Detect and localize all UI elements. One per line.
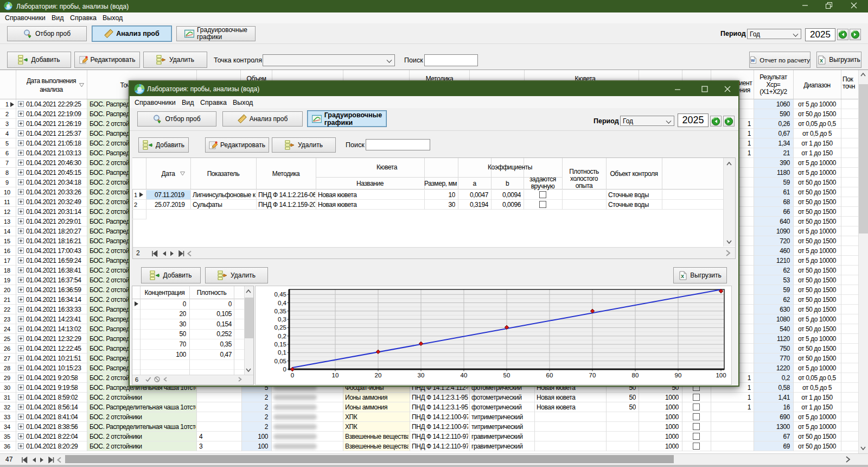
svg-text:0,4: 0,4	[278, 300, 287, 306]
svg-text:0,1: 0,1	[278, 349, 286, 356]
svg-text:40: 40	[461, 372, 468, 378]
svg-text:0,2: 0,2	[278, 333, 286, 339]
svg-text:60: 60	[546, 372, 553, 378]
svg-text:50: 50	[503, 372, 510, 378]
svg-text:0,45: 0,45	[275, 291, 286, 298]
svg-text:x: x	[820, 57, 824, 64]
svg-text:0,3: 0,3	[278, 316, 286, 323]
svg-text:0,25: 0,25	[275, 324, 286, 331]
svg-text:0,05: 0,05	[275, 358, 286, 364]
svg-text:20: 20	[375, 372, 382, 378]
svg-text:10: 10	[332, 372, 339, 378]
svg-text:0,35: 0,35	[275, 308, 286, 314]
svg-text:0: 0	[291, 372, 294, 378]
svg-text:0: 0	[283, 366, 286, 373]
svg-text:70: 70	[589, 372, 596, 378]
svg-text:100: 100	[716, 372, 726, 378]
svg-text:80: 80	[632, 372, 639, 378]
svg-text:90: 90	[675, 372, 682, 378]
svg-text:30: 30	[418, 372, 425, 378]
svg-text:w: w	[750, 58, 755, 63]
svg-text:0,15: 0,15	[275, 341, 286, 348]
